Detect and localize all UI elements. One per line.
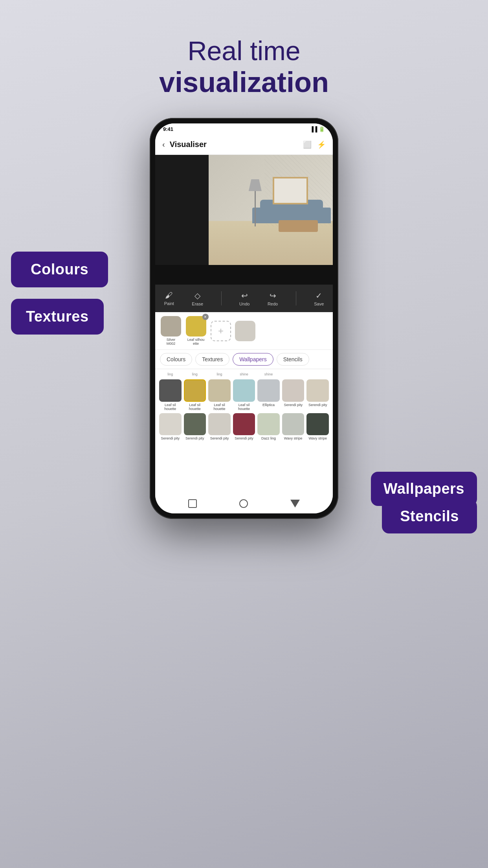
textures-bubble-label: Textures (26, 308, 89, 325)
erase-icon: ◇ (194, 291, 200, 300)
grid-item-serendipity-1[interactable]: Serendi pity (282, 379, 305, 411)
save-label: Save (314, 302, 324, 306)
swatch-leaf-blue (233, 379, 255, 402)
nav-back-button[interactable] (290, 500, 300, 508)
tab-wallpapers[interactable]: Wallpapers (233, 353, 273, 366)
swatch-serendipity-5-label: Serendi pity (210, 436, 229, 440)
tool-paint[interactable]: 🖌 Paint (164, 291, 174, 306)
lamp-furniture (255, 179, 256, 226)
hero-line2: visualization (0, 66, 488, 98)
phone-frame: 9:41 ▐▐ 🔋 ‹ Visualiser ⬜ ⚡ (150, 118, 338, 519)
selected-swatch-2[interactable]: × Leaf silhou ette (185, 316, 207, 346)
toolbar: 🖌 Paint ◇ Erase ↩ Undo ↪ Redo (155, 285, 333, 312)
grid-row-1: Leaf sil houette Leaf sil houette Leaf s… (159, 379, 329, 411)
swatch-leaf-gold-label: Leaf sil houette (184, 403, 206, 411)
grid-item-dazzling[interactable]: Dazz ling (257, 413, 280, 441)
phone-mockup: 9:41 ▐▐ 🔋 ‹ Visualiser ⬜ ⚡ (150, 118, 338, 519)
swatch-serendipity-5 (208, 413, 231, 436)
app-title: Visualiser (170, 140, 303, 149)
phone-screen: 9:41 ▐▐ 🔋 ‹ Visualiser ⬜ ⚡ (155, 123, 333, 513)
swatch-serendipity-1 (282, 379, 305, 402)
swatch-leaf-blue-label: Leaf sil houette (233, 403, 255, 411)
status-bar: 9:41 ▐▐ 🔋 (155, 123, 333, 134)
grid-item-serendipity-4[interactable]: Serendi pity (184, 413, 206, 441)
hero-section: Real time visualization (0, 35, 488, 98)
nav-square-button[interactable] (188, 499, 197, 508)
status-icons: ▐▐ 🔋 (310, 126, 325, 132)
category-labels-row: ling ling ling shine shine (159, 372, 329, 377)
undo-icon: ↩ (241, 291, 248, 300)
swatch-wavy-1 (282, 413, 305, 436)
paint-icon: 🖌 (165, 291, 173, 300)
toolbar-divider-1 (221, 291, 222, 305)
add-swatch-button[interactable]: + (211, 321, 231, 341)
grid-item-leaf-dark[interactable]: Leaf sil houette (159, 379, 182, 411)
tool-redo[interactable]: ↪ Redo (268, 291, 278, 306)
swatch-wavy-1-label: Wavy stripe (284, 436, 303, 440)
swatch-serendipity-4-label: Serendi pity (185, 436, 204, 440)
nav-home-button[interactable] (239, 499, 248, 508)
tool-erase[interactable]: ◇ Erase (192, 291, 203, 306)
swatch-silver (161, 316, 181, 337)
status-time: 9:41 (163, 126, 173, 132)
swatch-serendipity-3 (159, 413, 182, 436)
tab-textures[interactable]: Textures (195, 353, 229, 366)
grid-col-6 (282, 372, 305, 377)
colours-bubble-label: Colours (31, 261, 88, 278)
selected-swatch-1[interactable]: SilverM002 (161, 316, 181, 346)
tab-colours[interactable]: Colours (160, 353, 192, 366)
grid-item-serendipity-2[interactable]: Serendi pity (306, 379, 329, 411)
grid-col-3: ling (208, 372, 231, 377)
room-scene (209, 155, 333, 265)
android-nav-bar (155, 494, 333, 513)
swatch-wavy-2-label: Wavy stripe (308, 436, 327, 440)
grid-item-serendipity-6[interactable]: Serendi pity (233, 413, 255, 441)
grid-item-wavy-2[interactable]: Wavy stripe (306, 413, 329, 441)
coffee-table-furniture (279, 220, 318, 232)
swatch-empty (235, 321, 255, 341)
colours-bubble[interactable]: Colours (11, 252, 108, 287)
grid-item-leaf-blue[interactable]: Leaf sil houette (233, 379, 255, 411)
swatch-serendipity-3-label: Serendi pity (161, 436, 180, 440)
chat-icon[interactable]: ⬜ (303, 140, 312, 149)
tool-undo[interactable]: ↩ Undo (239, 291, 250, 306)
swatch-leaf: × (186, 316, 206, 337)
grid-item-wavy-1[interactable]: Wavy stripe (282, 413, 305, 441)
toolbar-divider-2 (296, 291, 296, 305)
grid-col-7 (306, 372, 329, 377)
app-header: ‹ Visualiser ⬜ ⚡ (155, 134, 333, 155)
swatch-serendipity-4 (184, 413, 206, 436)
swatch-leaf-dark (159, 379, 182, 402)
wallpaper-grid: ling ling ling shine shine Leaf sil houe… (155, 369, 333, 494)
swatch-leaf-tan-label: Leaf sil houette (208, 403, 231, 411)
grid-item-leaf-tan[interactable]: Leaf sil houette (208, 379, 231, 411)
grid-item-serendipity-5[interactable]: Serendi pity (208, 413, 231, 441)
grid-item-elliptica[interactable]: Elliptica (257, 379, 280, 411)
share-icon[interactable]: ⚡ (317, 140, 326, 149)
grid-col-1: ling (159, 372, 182, 377)
swatch-leaf-dark-label: Leaf sil houette (159, 403, 182, 411)
stencils-bubble[interactable]: Stencils (382, 499, 477, 533)
stencils-bubble-label: Stencils (400, 508, 459, 524)
redo-icon: ↪ (270, 291, 276, 300)
swatch-leaf-tan (208, 379, 231, 402)
category-tabs: Colours Textures Wallpapers Stencils (155, 350, 333, 369)
swatch-wavy-2 (306, 413, 329, 436)
wallpapers-bubble-label: Wallpapers (383, 480, 464, 497)
swatch-elliptica-label: Elliptica (262, 403, 275, 407)
grid-item-serendipity-3[interactable]: Serendi pity (159, 413, 182, 441)
tab-stencils[interactable]: Stencils (277, 353, 309, 366)
paint-label: Paint (164, 301, 174, 306)
tool-save[interactable]: ✓ Save (314, 291, 324, 306)
remove-swatch-icon[interactable]: × (202, 314, 209, 320)
grid-row-2: Serendi pity Serendi pity Serendi pity S… (159, 413, 329, 441)
textures-bubble[interactable]: Textures (11, 299, 104, 335)
redo-label: Redo (268, 302, 278, 306)
erase-label: Erase (192, 302, 203, 306)
back-button[interactable]: ‹ (162, 140, 165, 149)
swatch-serendipity-6 (233, 413, 255, 436)
grid-item-leaf-gold[interactable]: Leaf sil houette (184, 379, 206, 411)
swatch-leaf-gold (184, 379, 206, 402)
grid-col-5: shine (257, 372, 280, 377)
swatch-silver-label: SilverM002 (167, 338, 176, 346)
